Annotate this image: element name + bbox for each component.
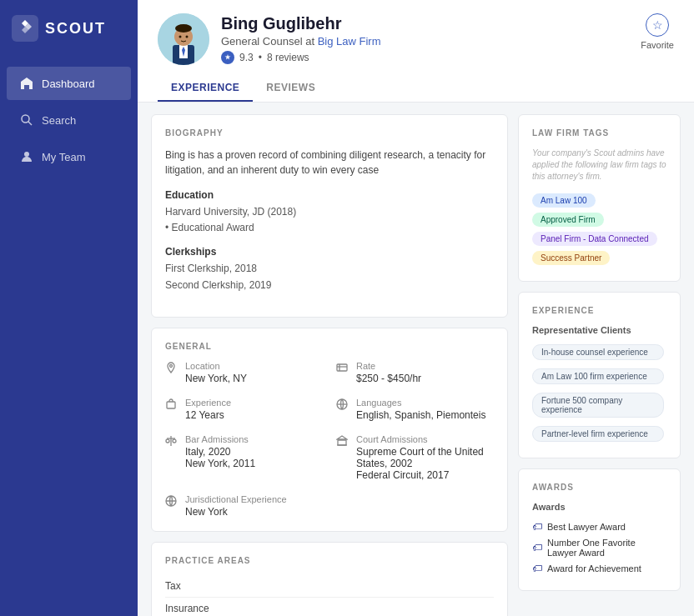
profile-header: Bing Guglibehr General Counsel at Big La… — [138, 0, 694, 103]
experience-card: EXPERIENCE Representative Clients In-hou… — [518, 292, 681, 458]
app-logo: SCOUT — [0, 0, 138, 57]
exp-tag-1: Am Law 100 firm experience — [532, 368, 664, 384]
sidebar: SCOUT Dashboard Search My Team — [0, 0, 138, 616]
bar-admissions-value: Italy, 2020New York, 2011 — [185, 446, 255, 469]
general-languages: Languages English, Spanish, Piemonteis — [336, 398, 494, 421]
general-grid: Location New York, NY — [165, 361, 494, 518]
firm-link[interactable]: Big Law Firm — [318, 35, 381, 48]
svg-line-2 — [28, 122, 32, 125]
tag-approved-firm: Approved Firm — [532, 213, 604, 227]
education-title: Education — [165, 189, 494, 201]
rate-value: $250 - $450/hr — [356, 373, 421, 384]
general-title: GENERAL — [165, 342, 494, 351]
sidebar-item-dashboard[interactable]: Dashboard — [7, 67, 131, 100]
svg-point-21 — [166, 439, 169, 443]
practice-item-0: Tax — [165, 575, 494, 598]
rating-score: 9.3 — [239, 52, 254, 63]
biography-card: BIOGRAPHY Bing is has a proven record of… — [151, 114, 508, 318]
sidebar-item-label: My Team — [42, 151, 86, 163]
location-value: New York, NY — [185, 373, 247, 384]
svg-marker-24 — [337, 436, 347, 439]
languages-label: Languages — [356, 398, 485, 408]
left-column: BIOGRAPHY Bing is has a proven record of… — [151, 114, 508, 604]
experience-tags: In-house counsel experience Am Law 100 f… — [532, 342, 666, 444]
award-label-2: Award for Achievement — [547, 563, 641, 573]
reviews-count: 8 reviews — [267, 52, 309, 63]
bio-text: Bing is has a proven record of combining… — [165, 148, 494, 178]
general-court-admissions: Court Admissions Supreme Court of the Un… — [336, 434, 494, 481]
court-icon — [336, 435, 350, 449]
practice-areas-card: PRACTICE AREAS Tax Insurance Environment… — [151, 542, 508, 616]
general-location: Location New York, NY — [165, 361, 323, 384]
scales-icon — [165, 435, 179, 449]
app-name: SCOUT — [45, 20, 106, 38]
sidebar-item-label: Dashboard — [42, 78, 95, 90]
education-item-1: • Educational Award — [165, 220, 494, 236]
jurisdictional-label: Jurisdictional Experience — [185, 494, 287, 504]
general-experience: Experience 12 Years — [165, 398, 323, 421]
award-label-0: Best Lawyer Award — [547, 522, 626, 532]
main-content: Bing Guglibehr General Counsel at Big La… — [138, 0, 694, 616]
clerkships-title: Clerkships — [165, 246, 494, 258]
practice-item-1: Insurance — [165, 598, 494, 616]
award-item-0: 🏷 Best Lawyer Award — [532, 518, 666, 535]
clerkship-item-0: First Clerkship, 2018 — [165, 261, 494, 277]
award-label-1: Number One Favorite Lawyer Award — [547, 538, 666, 558]
rating-separator: • — [259, 52, 262, 63]
court-admissions-value: Supreme Court of the United States, 2002… — [356, 446, 494, 481]
location-label: Location — [185, 361, 247, 371]
svg-point-9 — [175, 24, 192, 33]
awards-label: Awards — [532, 502, 666, 512]
clerkships-section: Clerkships First Clerkship, 2018 Second … — [165, 246, 494, 293]
svg-point-1 — [22, 115, 29, 123]
globe-icon — [336, 398, 350, 413]
profile-name: Bing Guglibehr — [221, 14, 380, 33]
awards-title: AWARDS — [532, 483, 666, 492]
location-icon — [165, 362, 179, 376]
general-bar-admissions: Bar Admissions Italy, 2020New York, 2011 — [165, 434, 323, 481]
profile-rating: 9.3 • 8 reviews — [221, 51, 380, 64]
exp-tag-2: Fortune 500 company experience — [532, 393, 664, 418]
law-firm-tags-card: LAW FIRM TAGS Your company's Scout admin… — [518, 114, 681, 282]
profile-title: General Counsel at Big Law Firm — [221, 35, 380, 48]
general-rate: Rate $250 - $450/hr — [336, 361, 494, 384]
rating-icon — [221, 51, 234, 64]
avatar — [158, 13, 209, 65]
sidebar-item-my-team[interactable]: My Team — [7, 140, 131, 173]
tag-panel-firm: Panel Firm - Data Connected — [532, 232, 657, 246]
tab-experience[interactable]: EXPERIENCE — [158, 75, 253, 102]
awards-card: AWARDS Awards 🏷 Best Lawyer Award 🏷 Numb… — [518, 468, 681, 591]
tag-am-law: Am Law 100 — [532, 193, 596, 208]
exp-tag-3: Partner-level firm experience — [532, 426, 664, 442]
svg-point-22 — [173, 439, 176, 443]
jurisdictional-value: New York — [185, 506, 287, 518]
education-section: Education Harvard University, JD (2018) … — [165, 189, 494, 236]
experience-title: EXPERIENCE — [532, 306, 666, 315]
svg-point-11 — [186, 36, 189, 38]
content-area: BIOGRAPHY Bing is has a proven record of… — [138, 103, 694, 616]
education-item-0: Harvard University, JD (2018) — [165, 204, 494, 220]
svg-rect-23 — [338, 440, 346, 445]
law-firm-tags-title: LAW FIRM TAGS — [532, 128, 666, 138]
sidebar-item-search[interactable]: Search — [7, 103, 131, 137]
profile-tabs: EXPERIENCE REVIEWS — [158, 75, 674, 102]
law-firm-tags-list: Am Law 100 Approved Firm Panel Firm - Da… — [532, 191, 666, 268]
clerkship-item-1: Second Clerkship, 2019 — [165, 278, 494, 293]
experience-icon — [165, 398, 179, 413]
tab-reviews[interactable]: REVIEWS — [253, 75, 329, 102]
award-item-2: 🏷 Award for Achievement — [532, 560, 666, 577]
rep-clients-label: Representative Clients — [532, 325, 666, 335]
svg-rect-13 — [337, 364, 347, 371]
award-icon-1: 🏷 — [532, 542, 542, 553]
biography-title: BIOGRAPHY — [165, 128, 494, 138]
rate-label: Rate — [356, 361, 421, 371]
languages-value: English, Spanish, Piemonteis — [356, 409, 485, 421]
favorite-button[interactable]: ☆ Favorite — [641, 13, 674, 50]
svg-point-10 — [179, 36, 182, 38]
star-icon: ☆ — [646, 13, 669, 37]
favorite-label: Favorite — [641, 40, 674, 50]
tag-success-partner: Success Partner — [532, 251, 610, 265]
experience-label: Experience — [185, 398, 231, 408]
svg-point-3 — [24, 152, 29, 157]
general-jurisdictional: Jurisdictional Experience New York — [165, 494, 494, 518]
